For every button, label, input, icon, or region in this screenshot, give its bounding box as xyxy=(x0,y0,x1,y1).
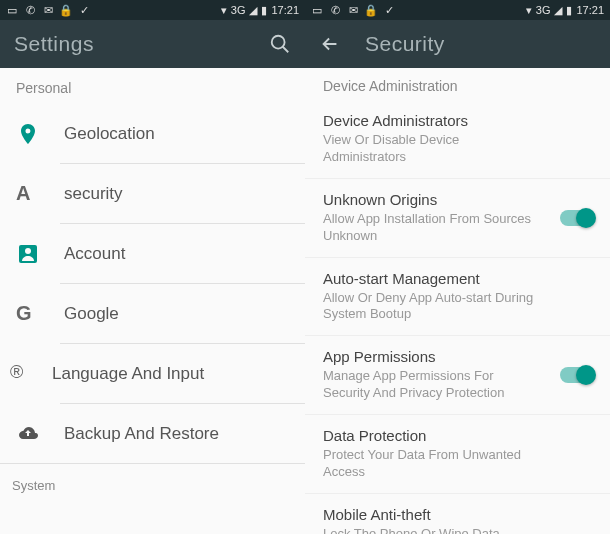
account-icon xyxy=(16,242,40,266)
security-item-device-admins[interactable]: Device Administrators View Or Disable De… xyxy=(305,100,610,179)
check-icon: ✓ xyxy=(383,4,395,16)
backup-icon xyxy=(16,422,40,446)
system-section-header: System xyxy=(0,464,305,507)
check-icon: ✓ xyxy=(78,4,90,16)
settings-item-backup[interactable]: Backup And Restore xyxy=(0,404,305,464)
security-item-app-permissions[interactable]: App Permissions Manage App Permissions F… xyxy=(305,336,610,415)
security-item-unknown-origins[interactable]: Unknown Origins Allow App Installation F… xyxy=(305,179,610,258)
device-admin-header: Device Administration xyxy=(305,68,610,100)
item-subtitle: Manage App Permissions For Security And … xyxy=(323,368,592,402)
item-title: Data Protection xyxy=(323,427,592,444)
unknown-origins-toggle[interactable] xyxy=(560,210,594,226)
sim-icon: ▭ xyxy=(311,4,323,16)
item-subtitle: View Or Disable Device Administrators xyxy=(323,132,592,166)
settings-item-google[interactable]: G Google xyxy=(0,284,305,344)
globe-icon: ® xyxy=(10,362,34,386)
personal-section-header: Personal xyxy=(0,68,305,104)
sim-icon: ▭ xyxy=(6,4,18,16)
list-item-label: Account xyxy=(64,244,125,264)
item-title: Unknown Origins xyxy=(323,191,592,208)
battery-icon: ▮ xyxy=(261,4,267,17)
item-subtitle: Protect Your Data From Unwanted Access xyxy=(323,447,592,481)
settings-title: Settings xyxy=(14,32,94,56)
lock-icon: A xyxy=(16,182,40,206)
settings-app-bar: Settings xyxy=(0,20,305,68)
list-item-label: Language And Input xyxy=(52,364,204,384)
list-item-label: Google xyxy=(64,304,119,324)
signal-icon: ◢ xyxy=(554,4,562,17)
item-subtitle: Allow App Installation From Sources Unkn… xyxy=(323,211,592,245)
network-label: 3G xyxy=(231,4,246,16)
security-item-autostart[interactable]: Auto-start Management Allow Or Deny App … xyxy=(305,258,610,337)
settings-item-account[interactable]: Account xyxy=(0,224,305,284)
wifi-icon: ▾ xyxy=(221,4,227,17)
message-icon: ✉ xyxy=(347,4,359,16)
item-subtitle: Allow Or Deny App Auto-start During Syst… xyxy=(323,290,592,324)
security-list[interactable]: Device Administration Device Administrat… xyxy=(305,68,610,534)
settings-screen: ▭ ✆ ✉ 🔒 ✓ ▾ 3G ◢ ▮ 17:21 Settings Person… xyxy=(0,0,305,534)
location-icon xyxy=(16,122,40,146)
settings-item-geolocation[interactable]: Geolocation xyxy=(0,104,305,164)
app-permissions-toggle[interactable] xyxy=(560,367,594,383)
battery-icon: ▮ xyxy=(566,4,572,17)
item-title: Mobile Anti-theft xyxy=(323,506,592,523)
item-subtitle: Lock The Phone Or Wipe Data Remotely xyxy=(323,526,592,534)
item-title: App Permissions xyxy=(323,348,592,365)
security-title: Security xyxy=(365,32,445,56)
settings-item-security[interactable]: A security xyxy=(0,164,305,224)
whatsapp-icon: ✆ xyxy=(329,4,341,16)
security-screen: ▭ ✆ ✉ 🔒 ✓ ▾ 3G ◢ ▮ 17:21 Security Device… xyxy=(305,0,610,534)
item-title: Auto-start Management xyxy=(323,270,592,287)
clock: 17:21 xyxy=(576,4,604,16)
list-item-label: Geolocation xyxy=(64,124,155,144)
svg-line-1 xyxy=(283,47,289,53)
lock-icon: 🔒 xyxy=(365,4,377,16)
security-item-data-protection[interactable]: Data Protection Protect Your Data From U… xyxy=(305,415,610,494)
settings-item-language[interactable]: ® Language And Input xyxy=(0,344,305,404)
back-icon[interactable] xyxy=(319,33,341,55)
list-item-label: security xyxy=(64,184,123,204)
status-bar: ▭ ✆ ✉ 🔒 ✓ ▾ 3G ◢ ▮ 17:21 xyxy=(305,0,610,20)
wifi-icon: ▾ xyxy=(526,4,532,17)
svg-point-3 xyxy=(25,248,31,254)
settings-list[interactable]: Personal Geolocation A security Account … xyxy=(0,68,305,534)
search-icon[interactable] xyxy=(269,33,291,55)
signal-icon: ◢ xyxy=(249,4,257,17)
security-app-bar: Security xyxy=(305,20,610,68)
clock: 17:21 xyxy=(271,4,299,16)
security-item-anti-theft[interactable]: Mobile Anti-theft Lock The Phone Or Wipe… xyxy=(305,494,610,534)
whatsapp-icon: ✆ xyxy=(24,4,36,16)
list-item-label: Backup And Restore xyxy=(64,424,219,444)
status-bar: ▭ ✆ ✉ 🔒 ✓ ▾ 3G ◢ ▮ 17:21 xyxy=(0,0,305,20)
google-icon: G xyxy=(16,302,40,326)
svg-point-0 xyxy=(272,36,285,49)
item-title: Device Administrators xyxy=(323,112,592,129)
lock-icon: 🔒 xyxy=(60,4,72,16)
network-label: 3G xyxy=(536,4,551,16)
message-icon: ✉ xyxy=(42,4,54,16)
